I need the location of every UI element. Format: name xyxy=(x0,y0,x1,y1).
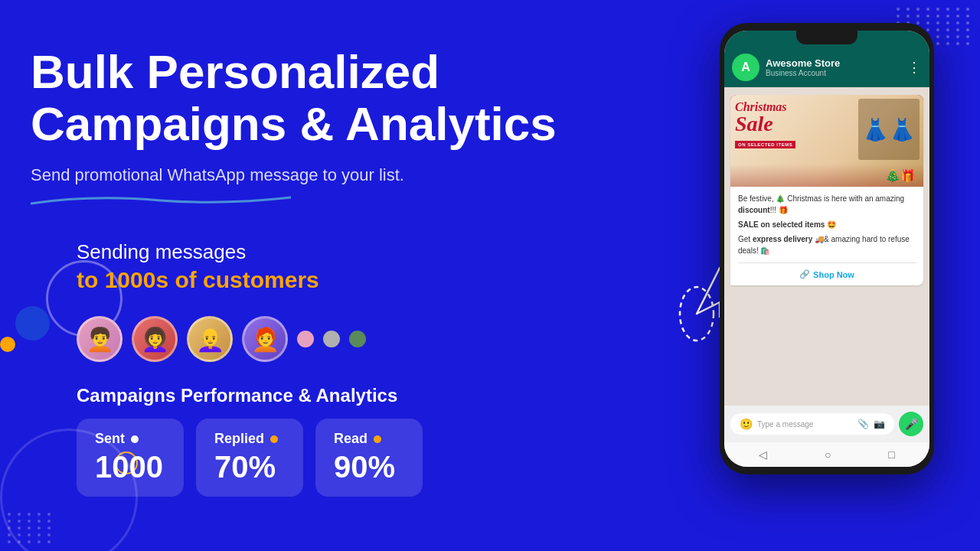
stats-row: Sent 1000 Replied 70% Read 90% xyxy=(77,419,567,497)
message-line1: Be festive, 🎄 Christmas is here with an … xyxy=(738,193,916,216)
stat-value-sent: 1000 xyxy=(95,450,165,484)
stat-card-replied: Replied 70% xyxy=(196,419,303,497)
stat-value-read: 90% xyxy=(334,450,404,484)
avatar-2: 👩‍🦱 xyxy=(132,316,178,362)
headline: Bulk Personalized Campaigns & Analytics xyxy=(31,46,567,150)
chat-area: 🎄🎁 👗👗 Christmas Sale ON SELECTED ITEMS B… xyxy=(724,87,929,406)
business-name: Awesome Store xyxy=(766,57,901,69)
stat-dot-sent xyxy=(131,435,139,443)
stat-label-replied: Replied xyxy=(214,431,285,447)
stat-card-read: Read 90% xyxy=(315,419,423,497)
avatars-row: 🧑‍🦱 👩‍🦱 👩‍🦲 🧑‍🦰 xyxy=(77,316,567,362)
decorative-circle-orange xyxy=(0,337,15,352)
dot-grid-bottom-left xyxy=(8,513,54,543)
message-bubble: 🎄🎁 👗👗 Christmas Sale ON SELECTED ITEMS B… xyxy=(730,95,923,285)
phone-screen: A Awesome Store Business Account ⋮ xyxy=(724,31,929,467)
avatar-4: 🧑‍🦰 xyxy=(242,316,288,362)
stat-value-replied: 70% xyxy=(214,450,285,484)
left-content: Bulk Personalized Campaigns & Analytics … xyxy=(31,46,567,497)
delivery-line: Get express delivery 🚚& amazing hard to … xyxy=(738,233,916,256)
stat-dot-replied xyxy=(270,435,278,443)
phone-mockup: A Awesome Store Business Account ⋮ xyxy=(720,23,934,474)
svg-point-3 xyxy=(680,287,714,341)
headline-line1: Bulk Personalized xyxy=(31,46,567,98)
headline-line2: Campaigns & Analytics xyxy=(31,98,567,150)
contact-info: Awesome Store Business Account xyxy=(766,57,901,77)
analytics-title: Campaigns Performance & Analytics xyxy=(77,385,567,406)
message-input[interactable]: 🙂 Type a message 📎 📷 xyxy=(730,413,894,435)
business-avatar: A xyxy=(732,54,760,81)
external-link-icon: 🔗 xyxy=(799,269,810,279)
stat-label-read: Read xyxy=(334,431,404,447)
stat-card-sent: Sent 1000 xyxy=(77,419,184,497)
input-bar: 🙂 Type a message 📎 📷 🎤 xyxy=(724,406,929,442)
back-nav[interactable]: ◁ xyxy=(759,448,767,461)
image-sale-subtitle: ON SELECTED ITEMS xyxy=(735,141,795,148)
avatar-dot-pink xyxy=(297,331,314,347)
avatar-3: 👩‍🦲 xyxy=(187,316,233,362)
stat-dot-read xyxy=(374,435,381,443)
attachment-icon[interactable]: 📎 xyxy=(858,419,869,429)
phone-nav-bar: ◁ ○ □ xyxy=(724,442,929,467)
avatar-dot-gray xyxy=(323,331,340,347)
emoji-icon[interactable]: 🙂 xyxy=(740,418,753,430)
shop-now-button[interactable]: 🔗 Shop Now xyxy=(738,262,916,279)
sending-line1: Sending messages xyxy=(77,240,567,264)
camera-icon[interactable]: 📷 xyxy=(874,419,885,429)
sale-line: SALE on selected items 🤩 xyxy=(738,219,916,230)
subtitle: Send promotional WhatsApp message to you… xyxy=(31,165,567,185)
recents-nav[interactable]: □ xyxy=(888,448,894,461)
underline-decoration xyxy=(31,193,567,210)
phone-notch xyxy=(796,31,858,44)
dashed-oval-decoration xyxy=(674,283,720,347)
avatar-1: 🧑‍🦱 xyxy=(77,316,122,362)
message-text-area: Be festive, 🎄 Christmas is here with an … xyxy=(730,193,923,256)
menu-icon[interactable]: ⋮ xyxy=(907,59,922,76)
home-nav[interactable]: ○ xyxy=(825,448,831,461)
sending-line2: to 1000s of customers xyxy=(77,267,567,293)
mic-button[interactable]: 🎤 xyxy=(899,412,923,436)
account-type: Business Account xyxy=(766,69,901,77)
stat-label-sent: Sent xyxy=(95,431,165,447)
sending-section: Sending messages to 1000s of customers xyxy=(77,240,567,293)
input-placeholder-text: Type a message xyxy=(757,420,853,429)
phone-frame: A Awesome Store Business Account ⋮ xyxy=(720,23,934,474)
avatar-dot-green xyxy=(349,331,366,347)
promo-image: 🎄🎁 👗👗 Christmas Sale ON SELECTED ITEMS xyxy=(730,95,923,187)
image-text-christmas: Christmas Sale xyxy=(735,101,787,135)
